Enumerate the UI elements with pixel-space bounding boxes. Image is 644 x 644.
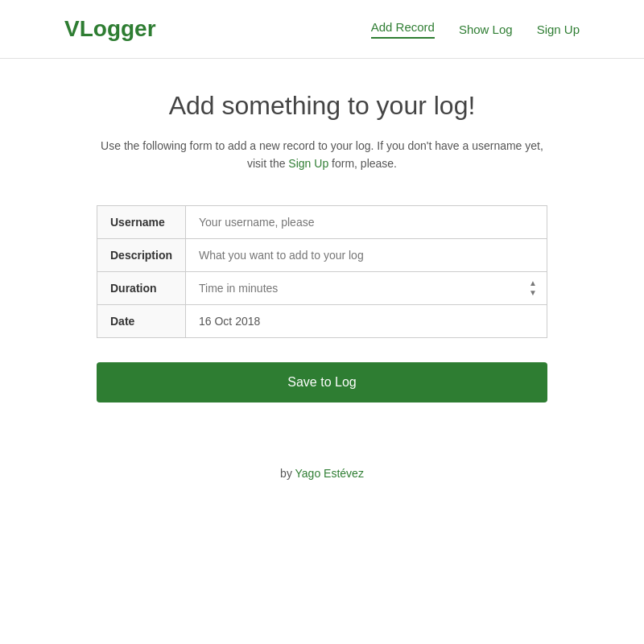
description-field-cell: [186, 238, 547, 271]
description-label: Description: [97, 238, 186, 271]
date-label: Date: [97, 304, 186, 337]
date-field-cell: [186, 304, 547, 337]
description-text-part2: form, please.: [332, 157, 397, 170]
record-form: Username Description Duration ▲ ▼: [97, 205, 547, 338]
duration-down-button[interactable]: ▼: [526, 288, 540, 298]
duration-spinner: ▲ ▼: [526, 279, 547, 298]
app-logo: VLogger: [64, 16, 156, 42]
nav-add-record[interactable]: Add Record: [371, 20, 435, 39]
nav-sign-up[interactable]: Sign Up: [537, 23, 580, 36]
app-header: VLogger Add Record Show Log Sign Up: [0, 0, 644, 59]
date-input[interactable]: [186, 305, 547, 337]
username-row: Username: [97, 205, 547, 238]
main-content: Add something to your log! Use the follo…: [80, 59, 564, 435]
page-footer: by Yago Estévez: [0, 435, 644, 512]
sign-up-link[interactable]: Sign Up: [288, 157, 328, 170]
description-row: Description: [97, 238, 547, 271]
nav-show-log[interactable]: Show Log: [459, 23, 513, 36]
save-button[interactable]: Save to Log: [97, 362, 547, 402]
duration-input[interactable]: [186, 272, 526, 304]
duration-wrapper: ▲ ▼: [186, 272, 547, 304]
duration-row: Duration ▲ ▼: [97, 271, 547, 304]
username-label: Username: [97, 205, 186, 238]
main-nav: Add Record Show Log Sign Up: [371, 20, 580, 39]
page-title: Add something to your log!: [97, 91, 547, 121]
date-row: Date: [97, 304, 547, 337]
duration-label: Duration: [97, 271, 186, 304]
footer-by-text: by: [280, 467, 292, 480]
username-input[interactable]: [186, 206, 547, 238]
page-description: Use the following form to add a new reco…: [97, 137, 547, 173]
duration-up-button[interactable]: ▲: [526, 279, 540, 288]
username-field-cell: [186, 205, 547, 238]
description-input[interactable]: [186, 239, 547, 271]
duration-field-cell: ▲ ▼: [186, 271, 547, 304]
author-link[interactable]: Yago Estévez: [295, 467, 364, 480]
